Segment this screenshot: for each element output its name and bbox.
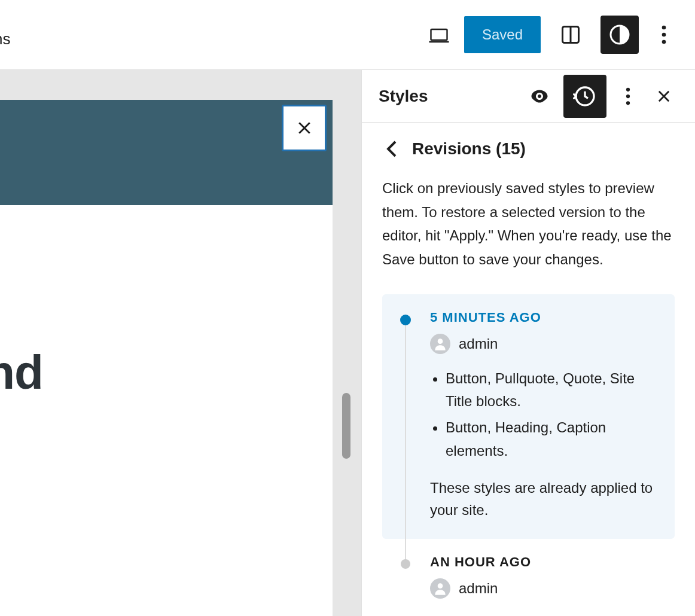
revision-change-item: Button, Pullquote, Quote, Site Title blo… xyxy=(446,367,659,413)
scrollbar-thumb[interactable] xyxy=(342,393,350,459)
revision-change-item: Button, Heading, Caption elements. xyxy=(446,416,659,462)
timeline-dot xyxy=(401,559,410,569)
canvas-content[interactable]: ovation and y merges creativity and al e… xyxy=(0,100,333,616)
revisions-description: Click on previously saved styles to prev… xyxy=(382,176,675,271)
author-name: admin xyxy=(459,336,498,352)
back-button[interactable] xyxy=(382,140,398,158)
svg-point-12 xyxy=(626,94,630,97)
revision-changes-list: Button, Pullquote, Quote, Site Title blo… xyxy=(446,367,659,463)
revision-item[interactable]: 5 MINUTES AGO admin Button, Pullquote, Q… xyxy=(382,294,675,539)
svg-rect-0 xyxy=(431,29,447,40)
revision-time: 5 MINUTES AGO xyxy=(430,310,659,325)
revision-item[interactable]: AN HOUR AGO admin xyxy=(382,539,675,616)
avatar-icon xyxy=(430,334,450,354)
svg-point-6 xyxy=(662,33,666,37)
revisions-title: Revisions (15) xyxy=(412,139,526,158)
canvas-body: ovation and y merges creativity and al e… xyxy=(0,205,333,229)
revisions-header: Revisions (15) xyxy=(382,139,675,158)
main-area: ovation and y merges creativity and al e… xyxy=(0,70,695,616)
sidebar-more-button[interactable] xyxy=(615,83,641,109)
author-name: admin xyxy=(459,580,498,597)
close-button[interactable] xyxy=(282,105,327,151)
styles-sidebar: Styles xyxy=(361,70,695,616)
canvas-header-block[interactable] xyxy=(0,100,333,205)
timeline-line xyxy=(405,325,406,569)
revisions-panel: Revisions (15) Click on previously saved… xyxy=(362,123,695,616)
svg-point-7 xyxy=(662,40,666,44)
svg-point-16 xyxy=(438,339,443,344)
svg-point-13 xyxy=(626,101,630,105)
revision-author: admin xyxy=(430,578,659,599)
avatar-icon xyxy=(430,578,450,599)
canvas-area: ovation and y merges creativity and al e… xyxy=(0,70,361,616)
svg-point-11 xyxy=(626,87,630,91)
more-options-button[interactable] xyxy=(650,20,678,49)
settings-panel-button[interactable] xyxy=(551,16,590,54)
style-book-button[interactable] xyxy=(524,81,555,112)
sidebar-title: Styles xyxy=(379,87,516,106)
sidebar-close-button[interactable] xyxy=(650,82,678,111)
revision-time: AN HOUR AGO xyxy=(430,554,659,570)
timeline-dot xyxy=(400,315,411,325)
device-preview-button[interactable] xyxy=(425,20,453,49)
svg-point-5 xyxy=(662,26,666,30)
svg-point-17 xyxy=(438,584,443,589)
revision-author: admin xyxy=(430,334,659,354)
top-toolbar: ns Saved xyxy=(0,0,695,70)
breadcrumb-fragment: ns xyxy=(0,30,10,48)
sidebar-header: Styles xyxy=(362,70,695,123)
saved-button[interactable]: Saved xyxy=(464,16,541,53)
page-heading[interactable]: ovation and y xyxy=(0,344,43,459)
styles-panel-button[interactable] xyxy=(600,16,639,54)
revision-note: These styles are already applied to your… xyxy=(430,477,659,521)
revisions-button[interactable] xyxy=(563,75,606,118)
